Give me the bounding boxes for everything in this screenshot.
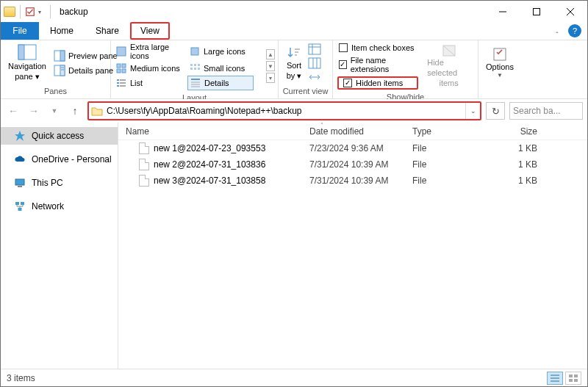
details-view-toggle[interactable] xyxy=(547,372,563,385)
svg-rect-15 xyxy=(117,64,121,68)
size-columns-icon[interactable] xyxy=(308,71,321,83)
qat-dropdown-icon[interactable]: ▾ xyxy=(38,9,41,15)
sidebar-quick-access[interactable]: Quick access xyxy=(1,127,118,145)
address-bar-path: C:\Users\fy\AppData\Roaming\Notepad++\ba… xyxy=(105,103,465,119)
titlebar: ▾ backup xyxy=(1,1,587,23)
layout-scroll-down[interactable]: ▼ xyxy=(266,61,275,71)
add-columns-icon[interactable] xyxy=(308,57,321,69)
large-icons-view-toggle[interactable] xyxy=(565,372,581,385)
options-button[interactable]: Options ▼ xyxy=(483,45,517,82)
layout-extra-large[interactable]: Extra large icons xyxy=(114,42,187,61)
sidebar-network[interactable]: Network xyxy=(1,198,118,215)
file-row[interactable]: new 2@2024-07-31_103836 7/31/2024 10:39 … xyxy=(118,156,587,173)
back-button[interactable]: ← xyxy=(5,103,21,119)
svg-rect-23 xyxy=(194,68,196,70)
svg-rect-26 xyxy=(120,79,126,81)
status-item-count: 3 items xyxy=(7,373,35,383)
file-name: new 2@2024-07-31_103836 xyxy=(154,159,265,170)
file-icon xyxy=(139,142,149,154)
svg-rect-29 xyxy=(117,85,119,87)
collapse-ribbon-icon[interactable]: ˆ xyxy=(549,32,565,40)
svg-rect-25 xyxy=(117,79,119,81)
svg-rect-21 xyxy=(198,64,200,66)
file-date: 7/23/2024 9:36 AM xyxy=(302,143,405,153)
navigation-pane-label2: pane ▾ xyxy=(15,72,40,82)
column-size[interactable]: Size xyxy=(486,126,545,137)
file-size: 1 KB xyxy=(486,159,545,170)
recent-locations-button[interactable]: ▼ xyxy=(46,103,62,119)
tab-home[interactable]: Home xyxy=(39,22,85,40)
svg-marker-47 xyxy=(15,131,25,141)
minimize-button[interactable] xyxy=(486,1,520,23)
svg-rect-6 xyxy=(18,45,24,59)
file-icon xyxy=(139,159,149,170)
svg-rect-19 xyxy=(190,64,193,66)
svg-rect-14 xyxy=(191,48,198,55)
svg-rect-57 xyxy=(574,375,578,377)
sort-by-button[interactable]: Sort by ▾ xyxy=(283,43,305,83)
hidden-items-checkbox[interactable]: ✓Hidden items xyxy=(342,78,414,88)
maximize-button[interactable] xyxy=(520,1,553,23)
svg-rect-58 xyxy=(569,379,573,382)
tab-view[interactable]: View xyxy=(130,22,170,40)
titlebar-separator xyxy=(20,5,21,18)
address-bar[interactable]: C:\Users\fy\AppData\Roaming\Notepad++\ba… xyxy=(87,101,481,120)
svg-rect-2 xyxy=(534,9,540,15)
close-button[interactable] xyxy=(553,1,587,23)
address-bar-dropdown-icon[interactable]: ⌄ xyxy=(465,103,480,119)
file-type: File xyxy=(405,159,486,170)
svg-rect-27 xyxy=(117,82,119,84)
navigation-pane-button[interactable]: Navigation pane ▾ xyxy=(5,43,49,84)
group-by-icon[interactable] xyxy=(308,43,321,55)
file-row[interactable]: new 3@2024-07-31_103858 7/31/2024 10:39 … xyxy=(118,173,587,189)
file-name: new 1@2024-07-23_093553 xyxy=(154,143,265,153)
svg-rect-50 xyxy=(15,202,19,205)
file-row[interactable]: new 1@2024-07-23_093553 7/23/2024 9:36 A… xyxy=(118,140,587,156)
sidebar-onedrive[interactable]: OneDrive - Personal xyxy=(1,151,118,168)
navigation-row: ← → ▼ ↑ C:\Users\fy\AppData\Roaming\Note… xyxy=(1,99,587,123)
navigation-pane-label1: Navigation xyxy=(8,62,46,72)
up-button[interactable]: ↑ xyxy=(67,103,83,119)
layout-medium[interactable]: Medium icons xyxy=(114,62,187,75)
preview-pane-button[interactable]: Preview pane xyxy=(52,49,119,62)
qat-checkbox-icon[interactable] xyxy=(25,7,35,17)
help-icon[interactable]: ? xyxy=(568,24,581,37)
file-type: File xyxy=(405,143,486,153)
layout-small[interactable]: Small icons xyxy=(187,62,254,75)
file-date: 7/31/2024 10:39 AM xyxy=(302,159,405,170)
svg-rect-10 xyxy=(60,65,65,76)
window-title: backup xyxy=(60,7,88,17)
layout-large[interactable]: Large icons xyxy=(187,42,254,61)
file-name-extensions-checkbox[interactable]: ✓File name extensions xyxy=(337,55,418,74)
folder-app-icon xyxy=(4,7,15,17)
layout-more[interactable]: ▾ xyxy=(266,73,275,83)
search-input[interactable]: Search ba... xyxy=(509,102,583,120)
layout-details[interactable]: Details xyxy=(187,76,254,90)
layout-list[interactable]: List xyxy=(114,76,187,90)
svg-rect-8 xyxy=(60,51,65,61)
column-name[interactable]: Name xyxy=(118,126,302,137)
svg-rect-24 xyxy=(198,68,200,70)
refresh-button[interactable]: ↻ xyxy=(486,102,505,120)
svg-rect-28 xyxy=(120,82,126,84)
ribbon-tabs: File Home Share View ˆ ? xyxy=(1,23,587,40)
hide-selected-items-button[interactable]: Hide selected items xyxy=(424,42,473,90)
svg-rect-48 xyxy=(15,179,24,185)
forward-button[interactable]: → xyxy=(26,103,42,119)
ribbon-view: Navigation pane ▾ Preview pane Details p… xyxy=(1,40,587,99)
file-size: 1 KB xyxy=(486,176,545,186)
tab-share[interactable]: Share xyxy=(85,22,130,40)
layout-scroll-up[interactable]: ▲ xyxy=(266,49,275,59)
svg-rect-49 xyxy=(18,186,22,187)
column-headers: Name ˄ Date modified Type Size xyxy=(118,123,587,140)
details-pane-button[interactable]: Details pane xyxy=(52,64,119,77)
item-check-boxes-checkbox[interactable]: Item check boxes xyxy=(337,43,418,53)
column-date[interactable]: Date modified xyxy=(302,126,405,137)
file-size: 1 KB xyxy=(486,143,545,153)
sidebar-this-pc[interactable]: This PC xyxy=(1,174,118,192)
column-type[interactable]: Type xyxy=(405,126,486,137)
sort-indicator-icon: ˄ xyxy=(320,122,323,129)
svg-rect-17 xyxy=(117,69,121,73)
tab-file[interactable]: File xyxy=(1,22,39,40)
svg-rect-41 xyxy=(309,58,320,68)
